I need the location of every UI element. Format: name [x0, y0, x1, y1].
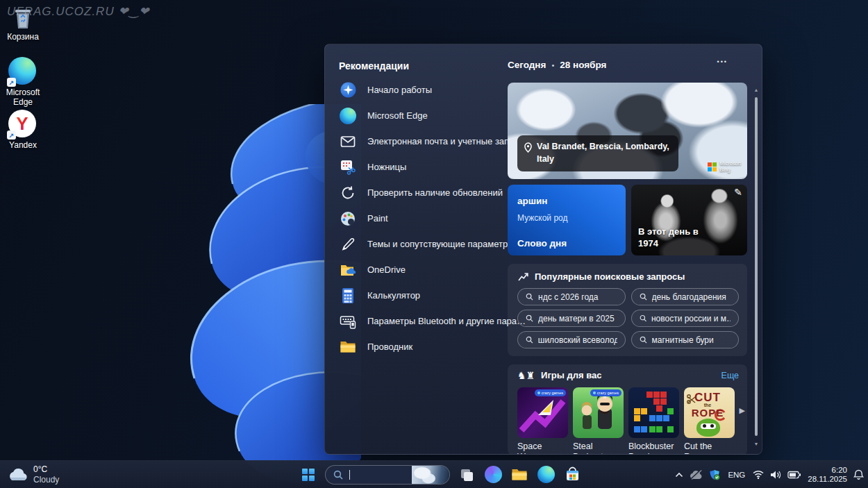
word-of-the-day-card[interactable]: аршин Мужской род Слово дня	[508, 185, 626, 255]
trending-chip-label: новости россии и м…	[651, 314, 731, 323]
battery-icon[interactable]	[787, 471, 801, 479]
notifications-bell-icon[interactable]	[853, 469, 864, 480]
recommended-item-label: Ножницы	[367, 162, 406, 172]
games-more-link[interactable]: Еще	[721, 371, 739, 380]
search-highlight-thumbnail[interactable]	[412, 466, 449, 484]
mail-icon	[339, 133, 357, 151]
word-of-day-caption: Слово дня	[517, 238, 567, 249]
search-icon	[526, 314, 533, 322]
trending-chip[interactable]: ндс с 2026 года	[517, 288, 626, 305]
trending-chips: ндс с 2026 года день благодарения день м…	[517, 288, 739, 348]
themes-pen-icon	[339, 235, 357, 253]
onedrive-folder-icon	[339, 261, 357, 279]
bing-image-card[interactable]: Val Brandet, Brescia, Lombardy, Italy Mi…	[508, 83, 747, 179]
edge-button[interactable]	[536, 465, 556, 485]
language-indicator[interactable]: ENG	[726, 471, 746, 479]
search-icon	[640, 314, 646, 322]
trending-chip[interactable]: новости россии и м…	[631, 310, 740, 327]
taskbar-search-input[interactable]	[325, 465, 450, 485]
trending-chip[interactable]: день благодарения	[631, 288, 740, 305]
calculator-icon	[339, 287, 357, 305]
game-tile-cut-the-rope[interactable]: CUT the ROPE	[684, 387, 735, 438]
paint-palette-icon	[339, 210, 357, 228]
search-home-panel: Рекомендации Начало работы Micro	[324, 44, 762, 455]
search-icon	[333, 470, 343, 480]
game-title[interactable]: Space Waves	[517, 441, 568, 455]
game-title[interactable]: Blockbuster Puzzle	[628, 441, 679, 455]
clock-widget[interactable]: 6:20 28.11.2025	[808, 466, 847, 484]
game-tile-steal-brainrot[interactable]: crazy games	[573, 387, 624, 438]
trending-header: Популярные поисковые запросы	[518, 271, 685, 282]
trending-chip[interactable]: магнитные бури	[631, 331, 740, 348]
trending-searches-card: Популярные поисковые запросы ндс с 2026 …	[508, 264, 747, 356]
today-separator-dot: •	[551, 61, 554, 69]
desktop-icon-label: Корзина	[0, 33, 46, 42]
tray-time: 6:20	[808, 466, 847, 475]
game-title[interactable]: Cut the Rope	[684, 441, 735, 455]
scrollbar-thumb[interactable]	[755, 97, 758, 436]
volume-icon[interactable]	[770, 470, 781, 480]
file-explorer-icon	[339, 338, 357, 356]
desktop-icon-yandex[interactable]: Y ↗ Yandex	[0, 110, 46, 151]
edge-icon	[537, 466, 555, 483]
crazy-games-badge: crazy games	[590, 389, 621, 396]
today-feed: Сегодня • 28 ноября ••• Val Brandet, Bre…	[508, 44, 747, 455]
recommended-item-label: Проводник	[367, 342, 412, 352]
game-tile-blockbuster[interactable]	[628, 387, 679, 438]
on-this-day-caption: В этот день в 1974	[638, 226, 713, 250]
task-view-button[interactable]	[457, 465, 476, 485]
recommended-item-label: Темы и сопутствующие параметры	[367, 239, 515, 249]
taskbar-weather-widget[interactable]: 0°C Cloudy	[8, 461, 59, 488]
windows-logo-icon	[302, 469, 315, 481]
copilot-icon	[485, 466, 502, 483]
update-refresh-icon	[339, 184, 357, 202]
microsoft-store-button[interactable]	[562, 465, 582, 485]
scrollbar-up-icon[interactable]: ▲	[753, 87, 760, 92]
game-title[interactable]: Steal Brainrot Online	[573, 441, 624, 455]
trending-chip[interactable]: день матери в 2025	[517, 310, 626, 327]
scrollbar-down-icon[interactable]: ▼	[753, 441, 760, 446]
game-tile-space-waves[interactable]: crazy games	[517, 387, 568, 438]
text-caret	[349, 470, 350, 480]
system-tray: ENG 6:20 28.11.2025	[675, 461, 864, 488]
recommended-item-label: Paint	[367, 213, 388, 224]
file-explorer-button[interactable]	[510, 465, 529, 485]
tray-chevron-up-icon[interactable]	[675, 472, 683, 478]
recommendations-title: Рекомендации	[339, 60, 409, 71]
recommended-item-label: Проверить наличие обновлений	[367, 187, 503, 198]
taskbar-center	[299, 461, 582, 488]
desktop-icon-edge[interactable]: ↗ Microsoft Edge	[0, 57, 46, 108]
snipping-tool-icon	[339, 158, 357, 176]
recommended-item-label: Начало работы	[367, 85, 432, 95]
on-this-day-card[interactable]: ✎ В этот день в 1974	[631, 185, 747, 255]
trending-chip[interactable]: шиловский всеволод	[517, 331, 626, 348]
word-of-day-grammar: Мужской род	[517, 213, 567, 223]
recommended-item-label: Параметры Bluetooth и другие пара…	[367, 316, 526, 326]
search-icon	[526, 336, 533, 344]
image-location-text: Val Brandet, Brescia, Lombardy, Italy	[537, 141, 670, 165]
edit-pencil-icon[interactable]: ✎	[734, 187, 742, 198]
today-date: 28 ноября	[560, 60, 606, 70]
search-icon	[526, 293, 533, 301]
today-header: Сегодня • 28 ноября	[508, 60, 747, 70]
trending-chip-label: шиловский всеволод	[538, 335, 617, 345]
blockbuster-art	[628, 387, 679, 438]
weather-condition: Cloudy	[33, 475, 59, 485]
microsoft-logo-icon	[708, 162, 717, 171]
game-titles-row: Space Waves Steal Brainrot Online Blockb…	[517, 441, 735, 455]
getting-started-icon	[339, 81, 357, 99]
wifi-icon[interactable]	[753, 470, 764, 479]
crazy-games-badge: crazy games	[535, 389, 566, 396]
wallpaper-bloom-art	[83, 104, 361, 488]
onedrive-paused-icon[interactable]	[690, 470, 703, 480]
games-chess-icon: ♞♜	[517, 371, 535, 380]
recommended-item-label: OneDrive	[367, 264, 406, 275]
copilot-button[interactable]	[483, 465, 503, 485]
carousel-next-icon[interactable]: ▶	[740, 406, 745, 415]
image-location-badge[interactable]: Val Brandet, Brescia, Lombardy, Italy	[517, 135, 678, 171]
tray-date: 28.11.2025	[808, 475, 847, 484]
windows-security-shield-icon[interactable]	[709, 469, 720, 480]
start-button[interactable]	[299, 465, 318, 485]
more-options-icon[interactable]: •••	[717, 58, 728, 65]
bluetooth-devices-icon	[339, 312, 357, 330]
